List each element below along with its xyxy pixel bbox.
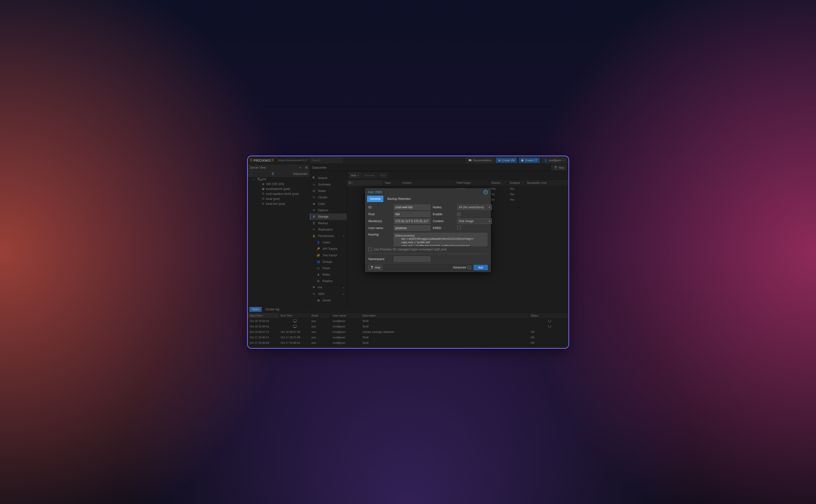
brand-accent-tail: X bbox=[271, 158, 274, 163]
tree-label: croit-nautilus-nfs34 (pve) bbox=[266, 192, 299, 196]
create-ct-label: Create CT bbox=[525, 159, 538, 162]
help-button[interactable]: ❔Help bbox=[552, 165, 567, 170]
nav-ceph[interactable]: ◉Ceph bbox=[310, 201, 347, 207]
col-id[interactable]: ID ↑ bbox=[347, 180, 383, 186]
nav-label: Notes bbox=[318, 189, 326, 193]
storage-grid-header: ID ↑ Type Content Path/Target Shared Ena… bbox=[347, 180, 569, 186]
col-status[interactable]: Status bbox=[529, 313, 569, 318]
col-end-time[interactable]: End Time bbox=[279, 313, 310, 318]
create-ct-button[interactable]: ⬢Create CT bbox=[519, 158, 540, 163]
username-input[interactable] bbox=[394, 225, 431, 231]
user-menu-button[interactable]: 👤root@pam▾ bbox=[542, 158, 567, 163]
scroll-down-icon[interactable]: ⌄ bbox=[310, 302, 347, 306]
col-type[interactable]: Type bbox=[383, 180, 400, 186]
add-storage-button[interactable]: Add▾ bbox=[349, 173, 361, 178]
id-input[interactable] bbox=[394, 205, 431, 210]
nav-pools[interactable]: 🏷Pools bbox=[310, 265, 347, 271]
enable-checkbox[interactable]: ✓ bbox=[457, 212, 461, 216]
edit-storage-button[interactable]: Edit bbox=[378, 173, 387, 178]
krbd-checkbox[interactable] bbox=[457, 226, 461, 229]
dialog-help-button[interactable]: ❔Help bbox=[368, 265, 383, 270]
hyperconverged-checkbox[interactable] bbox=[368, 248, 372, 251]
tree-item-storage[interactable]: ⛁local-lvm (pve) bbox=[248, 201, 309, 206]
nav-options[interactable]: ⚙Options bbox=[310, 207, 347, 213]
col-node[interactable]: Node bbox=[310, 313, 331, 318]
monitor-icon: 🖥 bbox=[261, 183, 265, 186]
monitors-input[interactable] bbox=[394, 218, 431, 224]
nav-storage[interactable]: ≣Storage bbox=[310, 213, 347, 220]
tree-item-vm[interactable]: 🖥100 (VM 100) bbox=[248, 182, 309, 186]
remove-storage-button[interactable]: Remove bbox=[362, 173, 377, 178]
task-row[interactable]: Oct 18 08:07:27Oct 18 08:07:39pveroot@pa… bbox=[248, 329, 569, 335]
task-row[interactable]: Oct 17 15:40:12Oct 17 18:27:48pveroot@pa… bbox=[248, 335, 569, 340]
nav-groups[interactable]: 👥Groups bbox=[310, 259, 347, 265]
tab-backup-retention[interactable]: Backup Retention bbox=[384, 196, 414, 202]
tab-tasks[interactable]: Tasks bbox=[249, 307, 262, 312]
nav-replication[interactable]: ⟳Replication bbox=[310, 226, 347, 233]
sidebar-settings-button[interactable]: ⚙ bbox=[303, 165, 309, 171]
advanced-checkbox[interactable]: ✓ bbox=[468, 266, 471, 269]
dialog-titlebar[interactable]: Add: RBD ✕ bbox=[365, 189, 491, 196]
content-select[interactable]: Disk image▾ bbox=[457, 218, 492, 224]
docs-button[interactable]: 📖Documentation bbox=[466, 158, 494, 163]
nav-backup[interactable]: 🗄Backup bbox=[310, 220, 347, 226]
nav-icon: ▦ bbox=[317, 299, 320, 302]
tree-datacenter[interactable]: ▾ 🗄 Datacenter bbox=[248, 171, 309, 177]
advanced-toggle[interactable]: Advanced ✓ bbox=[453, 266, 471, 269]
close-icon: ✕ bbox=[485, 190, 487, 194]
tree-label: pve bbox=[262, 177, 266, 181]
label-keyring: Keyring: bbox=[368, 233, 391, 246]
col-user[interactable]: User name bbox=[331, 313, 360, 318]
tab-general[interactable]: General bbox=[367, 196, 383, 202]
tree-item-network[interactable]: ▦localnetwork (pve) bbox=[248, 186, 309, 191]
nav-users[interactable]: 👤Users bbox=[310, 239, 347, 246]
task-row[interactable]: Oct 16 15:46:41pveroot@pamShell bbox=[248, 324, 569, 329]
nav-ha[interactable]: ❤HA▸ bbox=[310, 284, 347, 291]
label-krbd: KRBD: bbox=[433, 226, 455, 230]
nav-summary[interactable]: ▭Summary bbox=[310, 181, 347, 188]
spinner-icon bbox=[548, 325, 551, 328]
col-path[interactable]: Path/Target bbox=[455, 180, 490, 186]
col-description[interactable]: Description bbox=[360, 313, 529, 318]
divider bbox=[368, 254, 488, 254]
scroll-up-icon[interactable]: ⌃ bbox=[310, 171, 347, 175]
pool-input[interactable] bbox=[394, 212, 431, 217]
global-search-input[interactable] bbox=[310, 158, 342, 163]
view-selector[interactable]: Server View ▾ bbox=[248, 165, 303, 171]
label-nodes: Nodes: bbox=[433, 206, 455, 209]
tab-cluster-log[interactable]: Cluster log bbox=[263, 307, 282, 312]
col-shared[interactable]: Shared bbox=[490, 180, 508, 186]
nav-label: Groups bbox=[323, 260, 332, 264]
nav-cluster[interactable]: ⛁Cluster bbox=[310, 194, 347, 201]
collapse-icon[interactable]: ▾ bbox=[249, 173, 253, 175]
nav-two-factor[interactable]: 🔐Two Factor bbox=[310, 252, 347, 259]
close-button[interactable]: ✕ bbox=[484, 190, 488, 194]
keyring-textarea[interactable] bbox=[394, 233, 488, 246]
nav-sdn[interactable]: ⋔SDN▸ bbox=[310, 291, 347, 297]
nodes-select[interactable]: All (No restrictions)▾ bbox=[457, 205, 492, 210]
col-enabled[interactable]: Enabled bbox=[508, 180, 525, 186]
create-vm-button[interactable]: 🖥Create VM bbox=[496, 158, 517, 163]
nav-api-tokens[interactable]: 🔑API Tokens bbox=[310, 246, 347, 252]
nav-notes[interactable]: ▤Notes bbox=[310, 188, 347, 194]
dialog-add-button[interactable]: Add bbox=[474, 265, 488, 270]
nav-search[interactable]: 🔍Search bbox=[310, 175, 347, 181]
namespace-input[interactable] bbox=[394, 256, 431, 262]
tasks-tabs: Tasks Cluster log bbox=[248, 306, 569, 313]
task-row[interactable]: Oct 17 15:40:04Oct 17 15:40:10pveroot@pa… bbox=[248, 340, 569, 346]
nav-icon: 🔍 bbox=[312, 176, 316, 180]
collapse-icon[interactable]: ▾ bbox=[252, 178, 256, 180]
tree-node-pve[interactable]: ▾ 🗄 pve bbox=[248, 177, 309, 182]
col-content[interactable]: Content bbox=[400, 180, 455, 186]
nav-zones[interactable]: ▦Zones bbox=[310, 297, 347, 302]
tree-item-storage[interactable]: ⛁croit-nautilus-nfs34 (pve) bbox=[248, 191, 309, 196]
col-bandwidth[interactable]: Bandwidth Limit bbox=[525, 180, 569, 186]
tree-item-storage[interactable]: ⛁local (pve) bbox=[248, 196, 309, 201]
nav-roles[interactable]: ♟Roles bbox=[310, 271, 347, 278]
task-row[interactable]: Oct 16 15:53:10pveroot@pamShell bbox=[248, 318, 569, 324]
nav-realms[interactable]: 🏛Realms bbox=[310, 278, 347, 284]
col-start-time[interactable]: Start Time ↓ bbox=[248, 313, 279, 318]
section-nav: ⌃ 🔍Search▭Summary▤Notes⛁Cluster◉Ceph⚙Opt… bbox=[310, 171, 347, 306]
nav-permissions[interactable]: 🔓Permissions▾ bbox=[310, 233, 347, 239]
nav-label: HA bbox=[318, 286, 322, 289]
